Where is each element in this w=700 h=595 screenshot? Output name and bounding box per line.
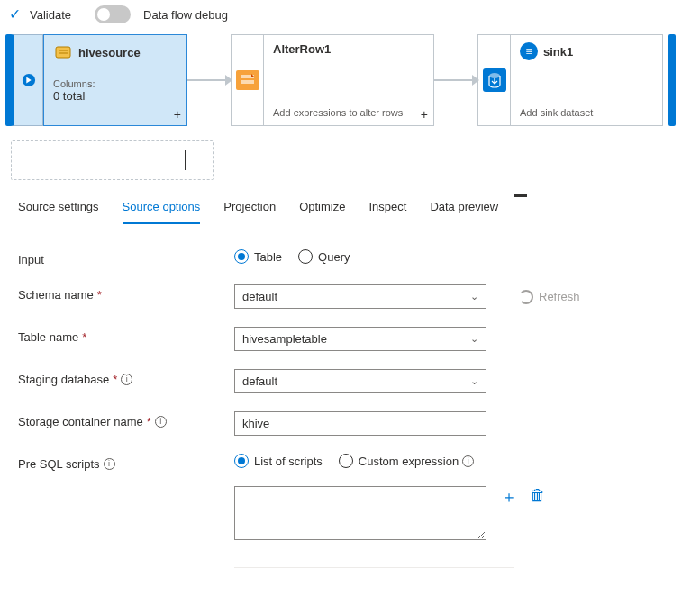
alter-row-icon xyxy=(236,70,259,90)
select-value: default xyxy=(242,374,277,388)
toggle-knob xyxy=(97,8,110,21)
schema-name-label: Schema name xyxy=(18,288,94,302)
delete-script-button[interactable]: 🗑 xyxy=(530,486,546,505)
config-tabstrip: Source settings Source options Projectio… xyxy=(0,180,700,224)
sink-db-icon xyxy=(483,68,506,92)
presql-script-textarea[interactable] xyxy=(234,486,486,540)
svg-rect-1 xyxy=(56,47,70,58)
radio-label: Query xyxy=(318,250,350,264)
presql-radio-list[interactable]: List of scripts xyxy=(234,454,323,468)
required-mark: * xyxy=(97,288,102,302)
data-flow-debug-label: Data flow debug xyxy=(143,8,228,22)
chevron-down-icon: ⌄ xyxy=(470,291,478,302)
source-options-form: Input Table Query Schema name * default … xyxy=(0,224,700,586)
info-icon[interactable]: i xyxy=(462,455,474,467)
caret-icon xyxy=(185,150,186,170)
data-flow-debug-toggle[interactable] xyxy=(95,5,131,23)
divider xyxy=(234,567,514,568)
columns-label: Columns: xyxy=(53,78,95,89)
input-label: Input xyxy=(18,253,44,266)
radio-label: Table xyxy=(254,250,282,264)
required-mark: * xyxy=(113,373,117,386)
node-hint: Add expressions to alter rows xyxy=(273,107,424,118)
sink-dot-icon: ≡ xyxy=(520,42,538,60)
info-icon[interactable]: i xyxy=(104,458,115,470)
input-radio-query[interactable]: Query xyxy=(298,249,350,264)
tab-inspect[interactable]: Inspect xyxy=(368,200,406,224)
flow-node-hivesource[interactable]: hivesource Columns: 0 total + xyxy=(43,34,187,126)
node-title: hivesource xyxy=(78,46,141,59)
flow-node-alterrow[interactable]: AlterRow1 Add expressions to alter rows … xyxy=(263,34,434,126)
tab-projection[interactable]: Projection xyxy=(223,200,276,224)
node-title: sink1 xyxy=(543,45,573,59)
tab-source-options[interactable]: Source options xyxy=(123,200,201,224)
columns-value: 0 total xyxy=(53,89,85,103)
schema-name-select[interactable]: default ⌄ xyxy=(234,284,486,309)
add-step-plus[interactable]: + xyxy=(421,107,428,122)
flow-connector xyxy=(187,34,231,126)
svg-rect-3 xyxy=(241,80,254,84)
presql-label: Pre SQL scripts xyxy=(18,457,100,471)
flow-connector xyxy=(434,34,477,126)
validate-check-icon: ✓ xyxy=(9,7,21,22)
chevron-down-icon: ⌄ xyxy=(470,333,478,345)
sink-side xyxy=(477,34,510,126)
input-value: khive xyxy=(242,417,269,430)
validate-button[interactable]: Validate xyxy=(30,8,71,22)
schema-refresh-button[interactable]: Refresh xyxy=(519,290,580,304)
radio-icon xyxy=(298,249,313,264)
staging-db-label: Staging database xyxy=(18,373,109,386)
table-name-select[interactable]: hivesampletable ⌄ xyxy=(234,327,486,351)
refresh-icon xyxy=(519,290,533,304)
radio-icon xyxy=(339,454,353,468)
table-name-label: Table name xyxy=(18,330,78,344)
radio-icon xyxy=(234,249,249,264)
add-node-placeholder[interactable] xyxy=(11,140,214,180)
svg-point-4 xyxy=(489,73,500,78)
tab-source-settings[interactable]: Source settings xyxy=(18,200,99,224)
radio-label: List of scripts xyxy=(254,455,323,468)
staging-db-select[interactable]: default ⌄ xyxy=(234,369,486,393)
hive-source-icon xyxy=(53,42,73,62)
required-mark: * xyxy=(82,330,86,344)
flow-node-sink[interactable]: ≡ sink1 Add sink dataset xyxy=(510,34,663,126)
tab-data-preview[interactable]: Data preview xyxy=(430,200,498,224)
required-mark: * xyxy=(147,415,151,428)
radio-icon xyxy=(234,454,249,468)
storage-container-input[interactable]: khive xyxy=(234,411,486,436)
select-value: hivesampletable xyxy=(242,332,327,346)
source-arrow-icon xyxy=(22,73,36,87)
add-step-plus[interactable]: + xyxy=(174,107,181,122)
chevron-down-icon: ⌄ xyxy=(470,375,478,387)
storage-container-label: Storage container name xyxy=(18,415,143,428)
info-icon[interactable]: i xyxy=(121,374,132,385)
source-side-icon xyxy=(11,34,43,126)
refresh-label: Refresh xyxy=(539,290,580,303)
presql-radio-custom[interactable]: Custom expression i xyxy=(339,454,474,468)
info-icon[interactable]: i xyxy=(155,416,167,428)
alter-side xyxy=(231,34,263,126)
node-title: AlterRow1 xyxy=(273,42,331,56)
tab-marker-icon xyxy=(514,194,527,197)
radio-label: Custom expression xyxy=(359,455,459,468)
add-script-button[interactable]: ＋ xyxy=(501,486,517,508)
tab-optimize[interactable]: Optimize xyxy=(299,200,345,224)
data-flow-canvas: hivesource Columns: 0 total + AlterRow1 … xyxy=(0,29,700,180)
node-hint: Add sink dataset xyxy=(520,107,653,118)
input-radio-table[interactable]: Table xyxy=(234,249,282,264)
select-value: default xyxy=(242,290,277,303)
flow-rail-right xyxy=(668,34,676,126)
